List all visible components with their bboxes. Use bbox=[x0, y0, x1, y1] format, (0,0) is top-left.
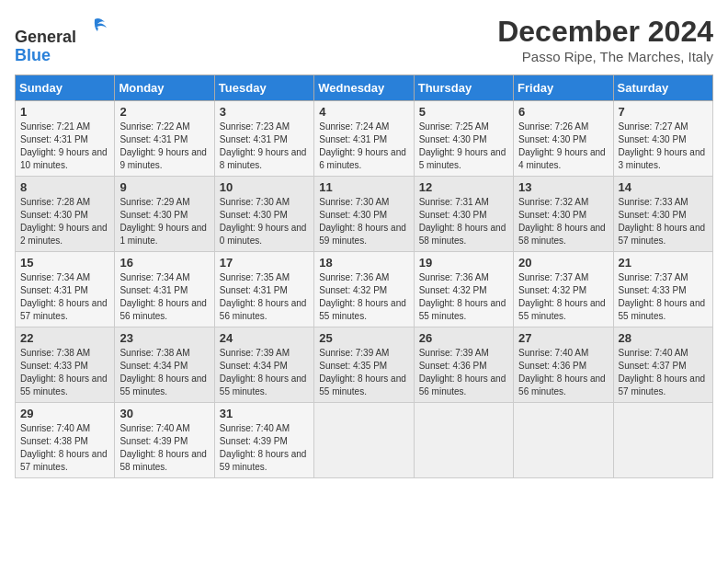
cell-info: Sunrise: 7:34 AMSunset: 4:31 PMDaylight:… bbox=[119, 272, 207, 321]
logo-bird-icon bbox=[81, 15, 108, 42]
day-number: 9 bbox=[119, 180, 209, 194]
cell-info: Sunrise: 7:39 AMSunset: 4:34 PMDaylight:… bbox=[220, 348, 307, 396]
day-number: 18 bbox=[319, 256, 408, 270]
calendar-cell: 21 Sunrise: 7:37 AMSunset: 4:33 PMDaylig… bbox=[613, 251, 712, 327]
day-number: 7 bbox=[619, 105, 708, 119]
cell-info: Sunrise: 7:30 AMSunset: 4:30 PMDaylight:… bbox=[220, 197, 307, 246]
day-number: 12 bbox=[419, 180, 508, 194]
day-number: 1 bbox=[20, 105, 109, 119]
day-number: 8 bbox=[20, 180, 109, 194]
day-number: 19 bbox=[419, 256, 508, 270]
calendar-cell: 10 Sunrise: 7:30 AMSunset: 4:30 PMDaylig… bbox=[214, 176, 313, 251]
cell-info: Sunrise: 7:25 AMSunset: 4:30 PMDaylight:… bbox=[419, 121, 506, 170]
day-number: 3 bbox=[220, 105, 309, 119]
calendar-cell: 5 Sunrise: 7:25 AMSunset: 4:30 PMDayligh… bbox=[414, 100, 513, 176]
day-number: 30 bbox=[119, 407, 209, 420]
calendar-week-5: 29 Sunrise: 7:40 AMSunset: 4:38 PMDaylig… bbox=[16, 402, 713, 477]
day-number: 16 bbox=[119, 256, 209, 270]
cell-info: Sunrise: 7:36 AMSunset: 4:32 PMDaylight:… bbox=[319, 272, 406, 321]
calendar-week-2: 8 Sunrise: 7:28 AMSunset: 4:30 PMDayligh… bbox=[16, 176, 713, 251]
day-number: 29 bbox=[20, 407, 109, 420]
cell-info: Sunrise: 7:27 AMSunset: 4:30 PMDaylight:… bbox=[619, 121, 706, 170]
weekday-header-thursday: Thursday bbox=[414, 75, 513, 100]
calendar-cell: 12 Sunrise: 7:31 AMSunset: 4:30 PMDaylig… bbox=[414, 176, 513, 251]
cell-info: Sunrise: 7:28 AMSunset: 4:30 PMDaylight:… bbox=[20, 197, 108, 246]
calendar-cell: 19 Sunrise: 7:36 AMSunset: 4:32 PMDaylig… bbox=[414, 251, 513, 327]
day-number: 10 bbox=[220, 180, 309, 194]
day-number: 20 bbox=[518, 256, 608, 270]
cell-info: Sunrise: 7:40 AMSunset: 4:36 PMDaylight:… bbox=[518, 348, 606, 396]
weekday-header-tuesday: Tuesday bbox=[214, 75, 313, 100]
calendar-cell: 18 Sunrise: 7:36 AMSunset: 4:32 PMDaylig… bbox=[314, 251, 414, 327]
day-number: 5 bbox=[419, 105, 508, 119]
cell-info: Sunrise: 7:38 AMSunset: 4:33 PMDaylight:… bbox=[20, 348, 108, 396]
day-number: 14 bbox=[619, 180, 708, 194]
cell-info: Sunrise: 7:40 AMSunset: 4:38 PMDaylight:… bbox=[20, 423, 108, 472]
cell-info: Sunrise: 7:40 AMSunset: 4:39 PMDaylight:… bbox=[220, 423, 307, 472]
cell-info: Sunrise: 7:32 AMSunset: 4:30 PMDaylight:… bbox=[518, 197, 606, 246]
weekday-header-wednesday: Wednesday bbox=[314, 75, 414, 100]
calendar-cell: 28 Sunrise: 7:40 AMSunset: 4:37 PMDaylig… bbox=[613, 327, 712, 402]
cell-info: Sunrise: 7:39 AMSunset: 4:35 PMDaylight:… bbox=[319, 348, 406, 396]
calendar-cell: 1 Sunrise: 7:21 AMSunset: 4:31 PMDayligh… bbox=[16, 100, 115, 176]
cell-info: Sunrise: 7:26 AMSunset: 4:30 PMDaylight:… bbox=[518, 121, 606, 170]
cell-info: Sunrise: 7:37 AMSunset: 4:32 PMDaylight:… bbox=[518, 272, 606, 321]
day-number: 28 bbox=[619, 331, 708, 345]
main-title: December 2024 bbox=[497, 15, 713, 49]
calendar-cell: 25 Sunrise: 7:39 AMSunset: 4:35 PMDaylig… bbox=[314, 327, 414, 402]
calendar-cell: 2 Sunrise: 7:22 AMSunset: 4:31 PMDayligh… bbox=[115, 100, 214, 176]
calendar-cell bbox=[514, 402, 613, 477]
calendar-cell: 17 Sunrise: 7:35 AMSunset: 4:31 PMDaylig… bbox=[214, 251, 313, 327]
logo-general: General bbox=[15, 28, 76, 46]
cell-info: Sunrise: 7:39 AMSunset: 4:36 PMDaylight:… bbox=[419, 348, 506, 396]
calendar-cell: 9 Sunrise: 7:29 AMSunset: 4:30 PMDayligh… bbox=[115, 176, 214, 251]
cell-info: Sunrise: 7:38 AMSunset: 4:34 PMDaylight:… bbox=[119, 348, 207, 396]
day-number: 27 bbox=[518, 331, 608, 345]
cell-info: Sunrise: 7:35 AMSunset: 4:31 PMDaylight:… bbox=[220, 272, 307, 321]
day-number: 26 bbox=[419, 331, 508, 345]
day-number: 31 bbox=[220, 407, 309, 420]
calendar-cell bbox=[414, 402, 513, 477]
day-number: 22 bbox=[20, 331, 109, 345]
cell-info: Sunrise: 7:29 AMSunset: 4:30 PMDaylight:… bbox=[119, 197, 207, 246]
title-area: December 2024 Passo Ripe, The Marches, I… bbox=[497, 15, 713, 64]
day-number: 17 bbox=[220, 256, 309, 270]
day-number: 13 bbox=[518, 180, 608, 194]
calendar-cell: 3 Sunrise: 7:23 AMSunset: 4:31 PMDayligh… bbox=[214, 100, 313, 176]
day-number: 2 bbox=[119, 105, 209, 119]
calendar-cell: 8 Sunrise: 7:28 AMSunset: 4:30 PMDayligh… bbox=[16, 176, 115, 251]
calendar-cell: 20 Sunrise: 7:37 AMSunset: 4:32 PMDaylig… bbox=[514, 251, 613, 327]
logo: General Blue bbox=[15, 15, 108, 65]
calendar-cell: 7 Sunrise: 7:27 AMSunset: 4:30 PMDayligh… bbox=[613, 100, 712, 176]
day-number: 21 bbox=[619, 256, 708, 270]
calendar-cell: 16 Sunrise: 7:34 AMSunset: 4:31 PMDaylig… bbox=[115, 251, 214, 327]
calendar-cell: 26 Sunrise: 7:39 AMSunset: 4:36 PMDaylig… bbox=[414, 327, 513, 402]
day-number: 4 bbox=[319, 105, 408, 119]
day-number: 24 bbox=[220, 331, 309, 345]
calendar-cell: 6 Sunrise: 7:26 AMSunset: 4:30 PMDayligh… bbox=[514, 100, 613, 176]
calendar-cell: 30 Sunrise: 7:40 AMSunset: 4:39 PMDaylig… bbox=[115, 402, 214, 477]
calendar-cell: 27 Sunrise: 7:40 AMSunset: 4:36 PMDaylig… bbox=[514, 327, 613, 402]
calendar-week-1: 1 Sunrise: 7:21 AMSunset: 4:31 PMDayligh… bbox=[16, 100, 713, 176]
cell-info: Sunrise: 7:21 AMSunset: 4:31 PMDaylight:… bbox=[20, 121, 108, 170]
weekday-header-saturday: Saturday bbox=[613, 75, 712, 100]
calendar-week-3: 15 Sunrise: 7:34 AMSunset: 4:31 PMDaylig… bbox=[16, 251, 713, 327]
logo-text: General Blue bbox=[15, 15, 108, 65]
calendar: SundayMondayTuesdayWednesdayThursdayFrid… bbox=[15, 75, 713, 478]
calendar-cell bbox=[314, 402, 414, 477]
day-number: 25 bbox=[319, 331, 408, 345]
calendar-cell: 15 Sunrise: 7:34 AMSunset: 4:31 PMDaylig… bbox=[16, 251, 115, 327]
calendar-cell: 11 Sunrise: 7:30 AMSunset: 4:30 PMDaylig… bbox=[314, 176, 414, 251]
day-number: 23 bbox=[119, 331, 209, 345]
weekday-header-monday: Monday bbox=[115, 75, 214, 100]
day-number: 15 bbox=[20, 256, 109, 270]
weekday-header-friday: Friday bbox=[514, 75, 613, 100]
cell-info: Sunrise: 7:36 AMSunset: 4:32 PMDaylight:… bbox=[419, 272, 506, 321]
calendar-cell: 22 Sunrise: 7:38 AMSunset: 4:33 PMDaylig… bbox=[16, 327, 115, 402]
day-number: 11 bbox=[319, 180, 408, 194]
calendar-cell bbox=[613, 402, 712, 477]
cell-info: Sunrise: 7:37 AMSunset: 4:33 PMDaylight:… bbox=[619, 272, 706, 321]
calendar-cell: 13 Sunrise: 7:32 AMSunset: 4:30 PMDaylig… bbox=[514, 176, 613, 251]
calendar-cell: 4 Sunrise: 7:24 AMSunset: 4:31 PMDayligh… bbox=[314, 100, 414, 176]
subtitle: Passo Ripe, The Marches, Italy bbox=[497, 49, 713, 64]
